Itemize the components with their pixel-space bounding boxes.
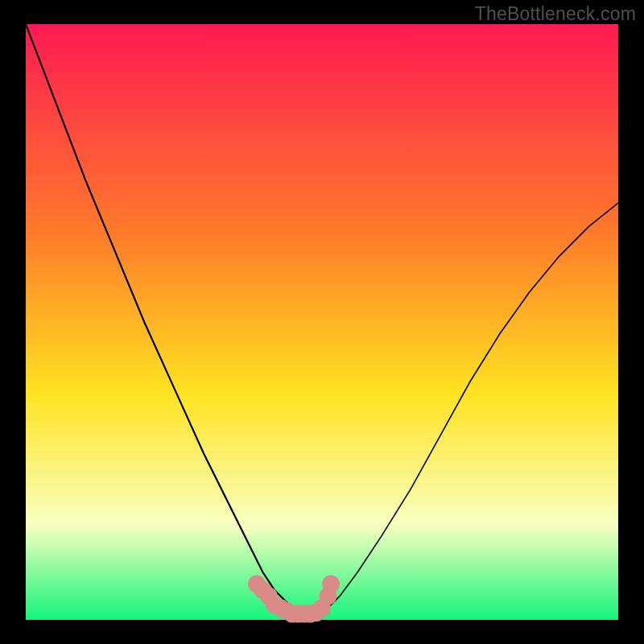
plot-background [26,24,618,620]
bottom-marker [322,576,340,593]
watermark-text: TheBottleneck.com [475,3,636,25]
chart-frame: TheBottleneck.com [0,0,644,644]
bottleneck-chart [0,0,644,644]
